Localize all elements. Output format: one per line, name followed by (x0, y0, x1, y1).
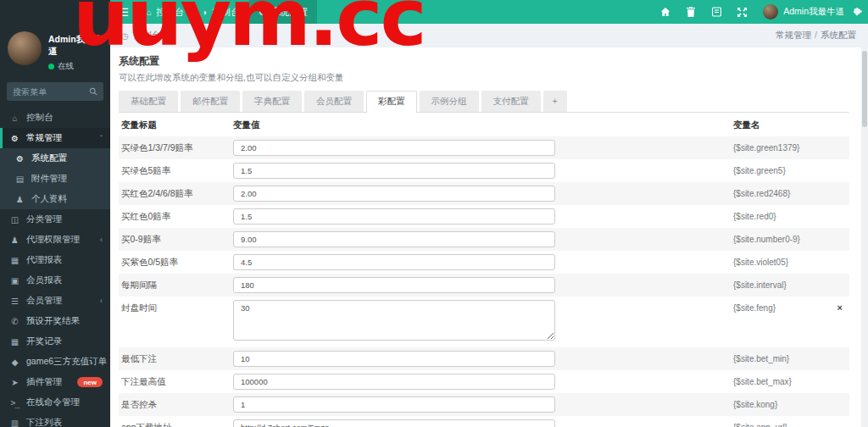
add-tab-button[interactable]: + (543, 91, 567, 112)
tab-字典配置[interactable]: 字典配置 (242, 91, 302, 112)
tab-邮件配置[interactable]: 邮件配置 (181, 91, 240, 112)
config-row: 买红色0赔率{$site.red0} (119, 205, 849, 228)
sidebar-item-系统配置[interactable]: ⚙系统配置 (0, 148, 110, 169)
sidebar-menu: ⌂控制台⚙常规管理ˇ⚙系统配置▤附件管理♟个人资料◫分类管理♟代理权限管理‹▦代… (0, 108, 110, 427)
config-row: 是否控杀{$site.kong} (119, 393, 849, 416)
row-value-cell (233, 163, 733, 179)
gear-icon[interactable] (853, 4, 866, 19)
row-var-cell: {$site.app_url} (733, 423, 849, 427)
row-var-cell: {$site.bet_max} (733, 377, 849, 386)
tab-支付配置[interactable]: 支付配置 (481, 91, 541, 112)
new-badge: new (77, 377, 103, 387)
scrollbar-thumb[interactable] (862, 51, 867, 127)
row-label: 买紫色0/5赔率 (119, 257, 233, 269)
tab-会员配置[interactable]: 会员配置 (304, 91, 364, 112)
sidebar-item-控制台[interactable]: ⌂控制台 (0, 108, 110, 128)
remove-row-icon[interactable]: × (837, 302, 843, 313)
scrollbar[interactable] (861, 47, 868, 427)
variable-name: {$site.red2468} (733, 189, 790, 198)
sidebar-item-label: 代理权限管理 (26, 234, 80, 246)
sidebar-item-会员报表[interactable]: ▣会员报表 (0, 270, 110, 291)
fullscreen-icon[interactable] (729, 0, 754, 24)
sidebar-item-label: 开奖记录 (26, 336, 62, 347)
breadcrumb-right: 常规管理/系统配置 (776, 30, 856, 42)
sidebar-toggle-icon[interactable]: ☰ (110, 0, 137, 24)
row-label: 下注最高值 (119, 376, 233, 388)
brand-logo (0, 0, 110, 24)
config-tabs: 基础配置邮件配置字典配置会员配置彩配置示例分组支付配置+ (119, 91, 849, 113)
value-input[interactable] (233, 186, 555, 202)
topnav-tab-0[interactable]: ⌂控制台 (137, 0, 193, 24)
breadcrumb-parent[interactable]: 常规管理 (776, 30, 811, 40)
home-icon: ⌂ (147, 8, 152, 17)
row-var-cell: {$site.bet_min} (733, 354, 849, 363)
topbar-user-menu[interactable]: Admin我最牛逼 (754, 4, 853, 19)
phone-icon: ✆ (9, 317, 20, 326)
value-input[interactable] (233, 277, 555, 293)
value-input[interactable] (233, 300, 555, 341)
avatar[interactable] (8, 31, 42, 65)
tab-基础配置[interactable]: 基础配置 (119, 91, 178, 112)
variable-name: {$site.green5} (733, 166, 786, 175)
sidebar-item-下注列表[interactable]: ▥下注列表 (0, 413, 110, 427)
sidebar-item-label: 预设开奖结果 (26, 315, 80, 327)
online-dot-icon (48, 64, 54, 69)
sidebar-item-附件管理[interactable]: ▤附件管理 (0, 169, 110, 189)
sidebar-item-常规管理[interactable]: ⚙常规管理ˇ (0, 128, 110, 148)
user-icon: ♟ (14, 195, 25, 204)
sidebar-item-开奖记录[interactable]: ▦开奖记录 (0, 331, 110, 352)
sidebar-item-label: 个人资料 (31, 193, 67, 205)
sidebar-item-label: 下注列表 (26, 417, 62, 427)
value-input[interactable] (233, 374, 555, 390)
value-input[interactable] (233, 351, 555, 367)
breadcrumb: ◷ 控制台 常规管理/系统配置 (110, 24, 868, 47)
variable-name: {$site.kong} (733, 400, 777, 409)
home-icon[interactable] (653, 0, 678, 24)
tab-彩配置[interactable]: 彩配置 (366, 91, 417, 113)
topbar-user-name: Admin我最牛逼 (783, 6, 844, 18)
value-input[interactable] (233, 140, 555, 156)
sidebar-item-game6三方充值订单[interactable]: ◆game6三方充值订单 (0, 352, 110, 372)
plane-icon: ➤ (9, 378, 20, 387)
trash-icon[interactable] (678, 0, 704, 24)
diamond-icon: ◆ (9, 358, 20, 367)
breadcrumb-left: 控制台 (134, 30, 161, 42)
sidebar-item-预设开奖结果[interactable]: ✆预设开奖结果 (0, 311, 110, 331)
value-input[interactable] (233, 419, 555, 427)
table-header: 变量标题 变量值 变量名 (119, 113, 849, 136)
config-table-body: 买绿色1/3/7/9赔率{$site.green1379}买绿色5赔率{$sit… (119, 136, 849, 427)
value-input[interactable] (233, 231, 555, 247)
value-input[interactable] (233, 254, 555, 270)
value-input[interactable] (233, 163, 555, 179)
row-value-cell (233, 300, 733, 342)
docs-icon[interactable] (704, 0, 729, 24)
row-value-cell (233, 396, 733, 413)
value-input[interactable] (233, 208, 555, 225)
row-label: 买红色2/4/6/8赔率 (119, 188, 233, 200)
row-label: 买绿色1/3/7/9赔率 (119, 142, 233, 154)
sidebar-item-分类管理[interactable]: ◫分类管理 (0, 209, 110, 230)
terminal-icon: >_ (9, 398, 20, 408)
gear-icon: ⚙ (14, 154, 25, 164)
row-value-cell (233, 277, 733, 293)
sidebar-item-label: 系统配置 (31, 152, 67, 164)
topnav-tab-1[interactable]: ◗控制台 (193, 0, 249, 24)
sidebar-item-代理权限管理[interactable]: ♟代理权限管理‹ (0, 230, 110, 250)
row-value-cell (233, 254, 733, 270)
gear-icon: ⚙ (259, 8, 266, 17)
sidebar-item-代理报表[interactable]: ▦代理报表 (0, 250, 110, 270)
bet-icon: ▥ (9, 419, 20, 427)
sidebar-item-在线命令管理[interactable]: >_在线命令管理 (0, 392, 110, 413)
sidebar-item-会员管理[interactable]: ☰会员管理‹ (0, 291, 110, 311)
row-value-cell (233, 208, 733, 225)
topnav-tab-2[interactable]: ⚙系统配置 (249, 0, 317, 24)
topbar-right: Admin我最牛逼 (653, 0, 868, 24)
row-label: 买0-9赔率 (119, 234, 233, 246)
list-icon: ☰ (9, 297, 20, 306)
value-input[interactable] (233, 396, 555, 413)
search-input[interactable] (13, 87, 89, 97)
sidebar-item-插件管理[interactable]: ➤插件管理new (0, 372, 110, 392)
sidebar-item-个人资料[interactable]: ♟个人资料 (0, 189, 110, 209)
tab-示例分组[interactable]: 示例分组 (420, 91, 479, 112)
config-row: 买红色2/4/6/8赔率{$site.red2468} (119, 182, 849, 205)
